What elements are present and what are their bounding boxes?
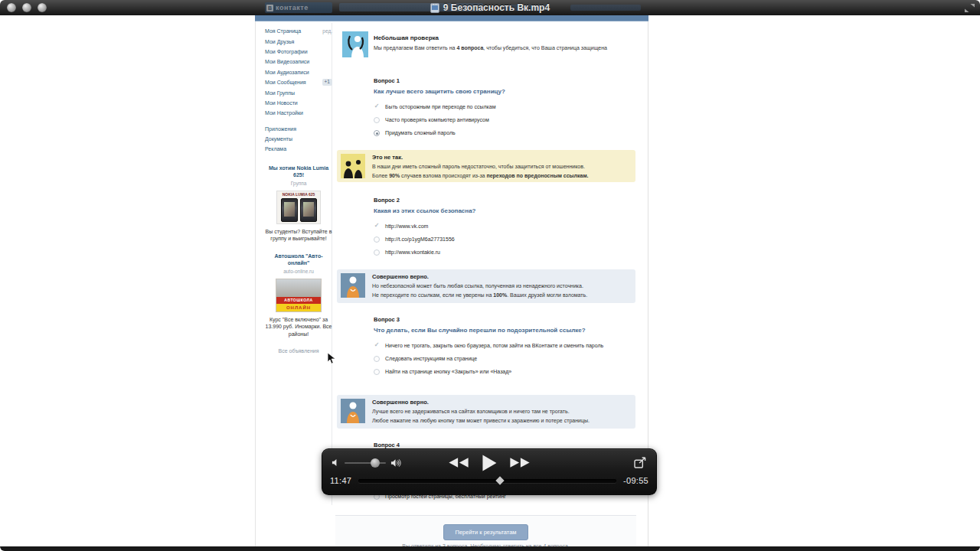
quiz-title: Небольшая проверка xyxy=(374,34,607,41)
feedback-correct-box-1: Совершенно верно. Но небезопасной может … xyxy=(337,269,635,303)
question-2-label: Вопрос 2 xyxy=(374,197,631,204)
share-icon xyxy=(634,457,647,468)
go-to-results-button[interactable]: Перейти к результатам xyxy=(443,524,528,540)
radio-selected-icon xyxy=(374,130,380,136)
volume-slider[interactable] xyxy=(345,462,386,464)
q3-option-1[interactable]: ✓Ничего не трогать, закрыть окно браузер… xyxy=(374,342,631,349)
sidebar-item-my-settings[interactable]: Мои Настройки xyxy=(265,108,332,118)
sidebar-item-my-messages[interactable]: Мои Сообщения +1 xyxy=(265,77,332,87)
ad-driving-text: Курс "Все включено" за 13.990 руб. Инома… xyxy=(265,316,332,338)
ad-driving-image[interactable]: АВТОШКОЛА ОНЛАЙН xyxy=(276,279,322,312)
playhead-diamond[interactable] xyxy=(496,476,505,484)
radio-icon xyxy=(374,356,380,362)
ad-driving-school: Автошкола "Авто-онлайн" auto-online.ru А… xyxy=(265,253,332,338)
ad-nokia-image[interactable]: NOKIA LUMIA 625 xyxy=(276,191,321,224)
all-ads-link[interactable]: Все объявления xyxy=(265,348,332,354)
play-button[interactable] xyxy=(482,455,497,471)
remaining-time: -09:55 xyxy=(623,476,648,485)
volume-low-icon[interactable] xyxy=(332,458,340,467)
question-3: Вопрос 3 Что делать, если Вы случайно пе… xyxy=(374,316,631,381)
rewind-button[interactable] xyxy=(449,457,469,468)
messages-count-badge: +1 xyxy=(322,79,332,86)
q2-option-3[interactable]: http://www.vkontakie.ru xyxy=(374,249,631,256)
volume-control xyxy=(332,458,401,468)
seek-bar[interactable] xyxy=(358,479,616,483)
fast-forward-icon xyxy=(510,457,531,468)
phone-image xyxy=(281,198,298,222)
vk-header-strip xyxy=(255,15,648,21)
window-title: 9 Безопасность Вк.mp4 xyxy=(443,2,550,13)
window-titlebar: В контакте 9 Безопасность Вк.mp4 xyxy=(0,0,980,15)
play-icon xyxy=(482,455,497,471)
radio-icon xyxy=(374,369,380,375)
volume-knob[interactable] xyxy=(371,458,380,468)
sidebar-item-ads[interactable]: Реклама xyxy=(265,144,332,154)
feedback-2-line2: Не переходите по ссылкам, если не уверен… xyxy=(372,292,587,299)
sidebar-item-documents[interactable]: Документы xyxy=(265,134,332,144)
quiz-intro: Небольшая проверка Мы предлагаем Вам отв… xyxy=(342,31,607,57)
question-3-label: Вопрос 3 xyxy=(374,316,631,323)
volume-high-icon[interactable] xyxy=(390,458,401,468)
ad-nokia-text: Вы студенты? Вступайте в группу и выигры… xyxy=(265,228,332,243)
question-3-title: Что делать, если Вы случайно перешли по … xyxy=(374,327,631,334)
calm-person-icon xyxy=(341,399,365,423)
ad-nokia-caption: NOKIA LUMIA 625 xyxy=(277,191,320,197)
feedback-2-title: Совершенно верно. xyxy=(372,273,587,280)
elapsed-time: 11:47 xyxy=(330,476,351,485)
question-1: Вопрос 1 Как лучше всего защитить свою с… xyxy=(374,77,631,142)
ad-driving-title[interactable]: Автошкола "Авто-онлайн" xyxy=(265,253,332,267)
ad-nokia-title[interactable]: Мы хотим Nokia Lumia 625! xyxy=(265,165,332,179)
window-bottom-edge xyxy=(0,546,980,551)
feedback-1-line1: В наши дни иметь сложный пароль недостат… xyxy=(372,164,589,171)
question-1-title: Как лучше всего защитить свою страницу? xyxy=(374,88,631,95)
q3-option-2[interactable]: Следовать инструкциям на странице xyxy=(374,355,631,362)
q3-option-3[interactable]: Найти на странице кнопку «Закрыть» или «… xyxy=(374,368,631,375)
sidebar-item-apps[interactable]: Приложения xyxy=(265,124,332,134)
quiz-subtitle: Мы предлагаем Вам ответить на 4 вопроса,… xyxy=(374,45,607,51)
fullscreen-button[interactable] xyxy=(964,2,975,16)
feedback-1-title: Это не так. xyxy=(372,154,589,161)
calm-person-icon xyxy=(341,273,365,298)
quicktime-window: В контакте 9 Безопасность Вк.mp4 Моя Стр… xyxy=(0,0,980,551)
question-1-label: Вопрос 1 xyxy=(374,77,631,84)
sidebar-item-my-groups[interactable]: Мои Группы xyxy=(265,87,332,97)
sidebar-item-my-photos[interactable]: Мои Фотографии xyxy=(265,47,332,57)
sidebar-item-my-friends[interactable]: Мои Друзья xyxy=(265,36,332,46)
window-title-area: 9 Безопасность Вк.mp4 xyxy=(0,0,980,15)
sidebar-item-my-videos[interactable]: Мои Видеозаписи xyxy=(265,57,332,67)
sidebar-item-my-page[interactable]: Моя Страница ред. xyxy=(265,26,332,36)
radio-icon xyxy=(374,117,380,123)
feedback-2-line1: Но небезопасной может быть любая ссылка,… xyxy=(372,283,587,290)
ad-nokia: Мы хотим Nokia Lumia 625! Группа NOKIA L… xyxy=(265,165,332,243)
edit-link[interactable]: ред. xyxy=(322,28,332,34)
check-icon: ✓ xyxy=(374,223,380,229)
video-file-icon xyxy=(430,3,439,13)
q2-option-2[interactable]: http://t.co/p1ygM6a27731556 xyxy=(374,236,631,243)
rewind-icon xyxy=(449,457,469,468)
player-hud: 11:47 -09:55 xyxy=(322,448,657,495)
radio-icon xyxy=(374,249,380,256)
nokia-phones-picture xyxy=(277,198,320,222)
feedback-wrong-box: Это не так. В наши дни иметь сложный пар… xyxy=(337,150,635,182)
question-2: Вопрос 2 Какая из этих ссылок безопасна?… xyxy=(374,197,631,262)
checkup-doctor-icon xyxy=(342,31,368,57)
sidebar-item-my-news[interactable]: Мои Новости xyxy=(265,98,332,108)
check-icon: ✓ xyxy=(374,103,380,109)
q1-option-1[interactable]: ✓Быть осторожным при переходе по ссылкам xyxy=(374,103,631,110)
ad-driving-subtitle: auto-online.ru xyxy=(265,269,332,274)
ad-driving-banner2: ОНЛАЙН xyxy=(276,304,321,311)
share-button[interactable] xyxy=(634,457,647,468)
q2-option-1[interactable]: ✓http://www.vk.com xyxy=(374,223,631,230)
vk-sidebar: Моя Страница ред. Мои Друзья Мои Фотогра… xyxy=(265,26,332,354)
q1-option-2[interactable]: Часто проверять компьютер антивирусом xyxy=(374,116,631,123)
sidebar-gap xyxy=(265,119,332,124)
q1-option-3[interactable]: Придумать сложный пароль xyxy=(374,129,631,136)
check-icon: ✓ xyxy=(374,342,380,348)
question-4: Вопрос 4 xyxy=(374,442,631,448)
expand-arrows-icon xyxy=(964,3,975,13)
fast-forward-button[interactable] xyxy=(510,457,531,468)
sidebar-item-my-audios[interactable]: Мои Аудиозаписи xyxy=(265,67,332,77)
feedback-1-line2: Более 90% случаев взлома происходят из-з… xyxy=(372,173,589,180)
thieves-icon xyxy=(341,154,365,178)
feedback-3-line2: Любое нажатие на любую кнопку там может … xyxy=(372,418,590,425)
